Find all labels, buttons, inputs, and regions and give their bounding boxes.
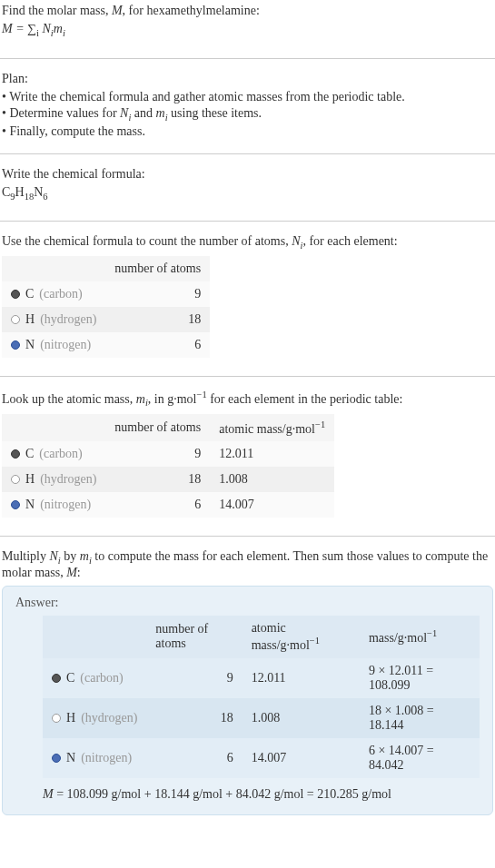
table-row: H (hydrogen) 18 <box>2 307 210 332</box>
elem-symbol: H <box>25 472 35 487</box>
var-n: N <box>43 22 51 35</box>
header-mass: atomic mass/g·mol−1 <box>243 616 360 658</box>
var-n: N <box>50 549 58 563</box>
plan-item: • Finally, compute the mass. <box>2 124 493 139</box>
element-cell: N (nitrogen) <box>43 738 146 778</box>
elem-name: (carbon) <box>39 447 82 461</box>
atomic-mass-table: number of atoms atomic mass/g·mol−1 C (c… <box>2 414 334 518</box>
element-cell: C (carbon) <box>2 441 105 467</box>
var-m: m <box>54 22 63 35</box>
elem-symbol: C <box>66 671 74 686</box>
plan-item: • Determine values for Ni and mi using t… <box>2 106 493 123</box>
final-sum: = 108.099 g/mol + 18.144 g/mol + 84.042 … <box>54 787 391 801</box>
write-formula-section: Write the chemical formula: C9H18N6 <box>0 163 495 212</box>
header-empty <box>43 616 146 658</box>
intro-section: Find the molar mass, M, for hexamethylme… <box>0 0 495 49</box>
cell-count: 9 <box>146 658 242 698</box>
cell-count: 9 <box>105 281 210 307</box>
header-mass: atomic mass/g·mol−1 <box>210 414 334 442</box>
var-m: m <box>80 549 89 563</box>
element-cell: H (hydrogen) <box>2 307 105 332</box>
elem-name: (hydrogen) <box>40 472 96 487</box>
elem-symbol: N <box>25 498 35 512</box>
formula-left: M = ∑ <box>2 22 36 35</box>
text: , in g·mol <box>148 392 197 406</box>
element-cell: H (hydrogen) <box>2 467 105 492</box>
table-row: N (nitrogen) 6 <box>2 332 210 358</box>
carbon-dot-icon <box>52 674 61 683</box>
text: Use the chemical formula to count the nu… <box>2 234 292 248</box>
element-cell: N (nitrogen) <box>2 492 105 518</box>
carbon-dot-icon <box>11 449 20 459</box>
intro-text: Find the molar mass, M, for hexamethylme… <box>2 4 493 18</box>
var-m-cap: M <box>66 566 77 579</box>
element-cell: H (hydrogen) <box>43 698 146 738</box>
text: Multiply <box>2 549 50 563</box>
text: Look up the atomic mass, <box>2 392 136 406</box>
cell-count: 6 <box>105 332 210 358</box>
chemical-formula: C9H18N6 <box>2 185 493 202</box>
cell-mass: 14.007 <box>210 492 334 518</box>
cell-mass: 1.008 <box>210 467 334 492</box>
final-equation: M = 108.099 g/mol + 18.144 g/mol + 84.04… <box>43 787 480 802</box>
elem-symbol: N <box>25 338 35 352</box>
divider <box>0 376 495 377</box>
element-cell: N (nitrogen) <box>2 332 105 358</box>
nitrogen-dot-icon <box>11 340 20 350</box>
element-cell: C (carbon) <box>2 281 105 307</box>
var-m: M <box>112 4 123 17</box>
header-empty <box>2 414 105 442</box>
hydrogen-dot-icon <box>11 475 20 484</box>
table-row: C (carbon) 9 <box>2 281 210 307</box>
text: for each element in the periodic table: <box>207 392 403 406</box>
elem-name: (hydrogen) <box>40 312 96 327</box>
cell-mass: 14.007 <box>243 738 360 778</box>
elem-n: N <box>34 185 43 199</box>
header-atoms: number of atoms <box>105 414 210 442</box>
table-header-row: number of atoms atomic mass/g·mol−1 mass… <box>43 616 480 658</box>
header-total: mass/g·mol−1 <box>360 616 480 658</box>
atom-count-table: number of atoms C (carbon) 9 H (hydrogen… <box>2 256 210 358</box>
table-header-row: number of atoms <box>2 256 210 281</box>
cell-mass: 12.011 <box>210 441 334 467</box>
elem-name: (carbon) <box>80 671 123 686</box>
var-m-cap: M <box>43 787 54 801</box>
compute-section: Multiply Ni by mi to compute the mass fo… <box>0 546 495 824</box>
elem-symbol: C <box>25 287 34 301</box>
divider <box>0 58 495 59</box>
table-row: H (hydrogen) 18 1.008 <box>2 467 334 492</box>
answer-table: number of atoms atomic mass/g·mol−1 mass… <box>43 616 480 778</box>
elem-name: (hydrogen) <box>81 711 137 725</box>
text: , for each element: <box>302 234 397 248</box>
hydrogen-dot-icon <box>52 714 61 723</box>
cell-count: 18 <box>105 307 210 332</box>
var-n: N <box>292 234 300 248</box>
sub: 6 <box>43 191 47 201</box>
table-row: C (carbon) 9 12.011 9 × 12.011 = 108.099 <box>43 658 480 698</box>
cell-count: 6 <box>105 492 210 518</box>
text: by <box>61 549 80 563</box>
element-cell: C (carbon) <box>43 658 146 698</box>
cell-count: 18 <box>146 698 242 738</box>
cell-calc: 18 × 1.008 = 18.144 <box>360 698 480 738</box>
elem-name: (nitrogen) <box>81 751 132 765</box>
var-m: m <box>136 392 145 406</box>
nitrogen-dot-icon <box>52 754 61 763</box>
table-row: N (nitrogen) 6 14.007 <box>2 492 334 518</box>
sup: −1 <box>196 390 206 399</box>
text: : <box>77 566 81 579</box>
count-atoms-section: Use the chemical formula to count the nu… <box>0 231 495 367</box>
elem-name: (carbon) <box>39 287 82 301</box>
atomic-mass-section: Look up the atomic mass, mi, in g·mol−1 … <box>0 386 495 527</box>
header-empty <box>2 256 105 281</box>
sub-i: i <box>63 28 65 38</box>
plan-section: Plan: • Write the chemical formula and g… <box>0 68 495 144</box>
molar-mass-formula: M = ∑i Nimi <box>2 22 493 38</box>
cell-mass: 1.008 <box>243 698 360 738</box>
cell-calc: 9 × 12.011 = 108.099 <box>360 658 480 698</box>
step-heading: Write the chemical formula: <box>2 167 493 182</box>
cell-calc: 6 × 14.007 = 84.042 <box>360 738 480 778</box>
elem-symbol: N <box>66 751 75 765</box>
cell-count: 6 <box>146 738 242 778</box>
step-heading: Use the chemical formula to count the nu… <box>2 234 493 251</box>
